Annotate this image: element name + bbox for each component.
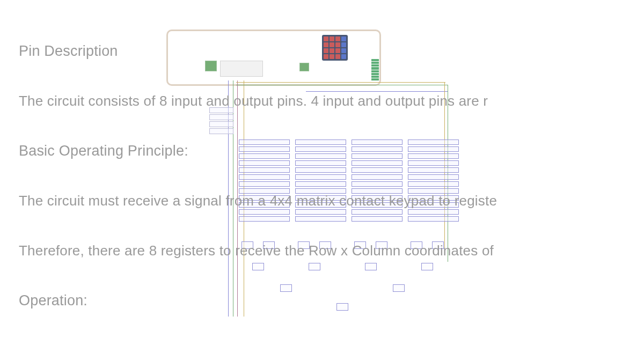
description-text-overlay: Pin Description The circuit consists of …: [0, 0, 644, 338]
heading-operation: Operation:: [19, 292, 644, 309]
paragraph-pins: The circuit consists of 8 input and outp…: [19, 93, 644, 109]
heading-operating-principle: Basic Operating Principle:: [19, 143, 644, 159]
paragraph-signal: The circuit must receive a signal from a…: [19, 193, 644, 209]
paragraph-registers: Therefore, there are 8 registers to rece…: [19, 243, 644, 259]
heading-pin-description: Pin Description: [19, 43, 644, 60]
